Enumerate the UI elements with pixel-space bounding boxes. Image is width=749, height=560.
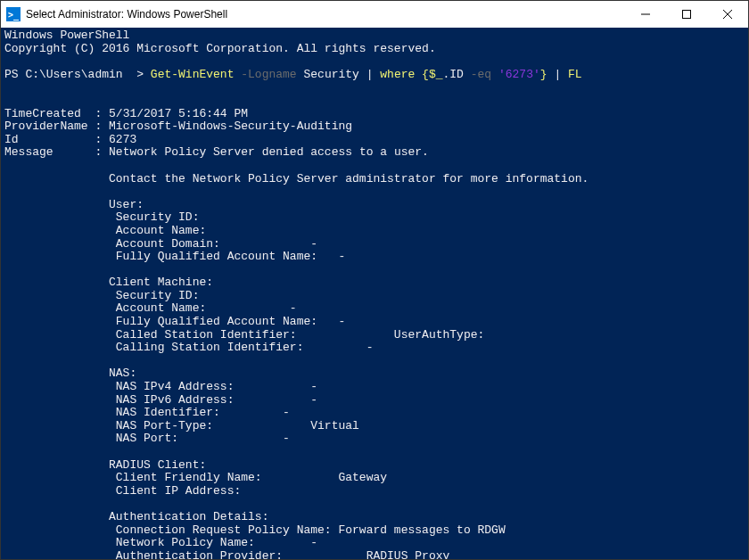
auth-header: Authentication Details: [4,510,268,523]
auth-provider: Authentication Provider: RADIUS Proxy [4,549,449,559]
arg-security: Security [297,68,359,81]
id-value: 6273 [109,133,136,146]
nas-port: NAS Port: - [4,432,290,445]
conn-req-policy: Connection Request Policy Name: Forward … [4,523,506,537]
id-part: .ID [443,68,471,81]
providername-value: Microsoft-Windows-Security-Auditing [109,119,352,133]
cmdlet: Get-WinEvent [151,68,235,81]
fqan: Fully Qualified Account Name: - [4,250,345,263]
radius-header: RADIUS Client: [4,458,206,472]
flag-logname: -Logname [234,68,296,81]
where-keyword: where { [380,68,429,81]
providername-label: ProviderName : [4,119,109,133]
client-ip: Client IP Address: [4,484,241,498]
timecreated-label: TimeCreated : [4,107,109,120]
num-literal: '6273' [498,68,540,81]
message-label: Message : [4,145,109,159]
contact-line: Contact the Network Policy Server admini… [4,172,588,185]
banner-line1: Windows PowerShell [4,29,129,42]
cm-account-name: Account Name: - [4,301,297,315]
client-friendly: Client Friendly Name: Gateway [4,471,387,484]
timecreated-value: 5/31/2017 5:16:44 PM [109,107,248,120]
message-line1: Network Policy Server denied access to a… [109,145,429,159]
eq-flag: -eq [471,68,491,81]
account-name: Account Name: [4,224,206,237]
powershell-icon: >_ [6,7,21,21]
minimize-button[interactable] [625,1,666,28]
cm-security-id: Security ID: [4,289,199,302]
titlebar: >_ Select Administrator: Windows PowerSh… [1,1,748,28]
pipe2: | [547,68,568,81]
dollar-expr: $_ [429,68,443,81]
nas-ipv4: NAS IPv4 Address: - [4,380,317,393]
svg-rect-1 [683,11,691,19]
user-header: User: [4,198,144,211]
fl-cmd: FL [568,68,582,81]
calling-station: Calling Station Identifier: - [4,341,373,354]
window-title: Select Administrator: Windows PowerShell [26,8,625,21]
nas-port-type: NAS Port-Type: Virtual [4,419,359,432]
nas-header: NAS: [4,366,136,380]
client-machine-header: Client Machine: [4,276,213,289]
cm-fqan: Fully Qualified Account Name: - [4,315,345,328]
security-id: Security ID: [4,210,199,224]
space [491,68,498,81]
terminal-output[interactable]: Windows PowerShell Copyright (C) 2016 Mi… [1,28,748,559]
prompt-prefix: PS C:\Users\admin > [4,68,151,81]
nas-identifier: NAS Identifier: - [4,406,290,419]
where-close: } [540,68,547,81]
id-label: Id : [4,133,109,146]
nas-ipv6: NAS IPv6 Address: - [4,393,317,407]
banner-line2: Copyright (C) 2016 Microsoft Corporation… [4,42,436,55]
maximize-button[interactable] [666,1,707,28]
close-button[interactable] [707,1,748,28]
net-policy: Network Policy Name: - [4,536,317,549]
pipe1: | [359,68,380,81]
window-controls [625,1,748,28]
account-domain: Account Domain: - [4,237,317,251]
powershell-window: >_ Select Administrator: Windows PowerSh… [0,0,749,560]
called-station: Called Station Identifier: UserAuthType: [4,328,484,342]
